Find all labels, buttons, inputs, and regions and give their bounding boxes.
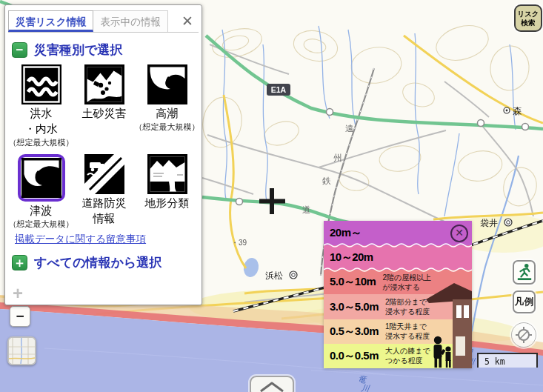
label-elevation: ・39 bbox=[231, 239, 247, 247]
disaster-type-landform[interactable]: 地形分類 bbox=[136, 154, 199, 230]
type-label2: 情報 bbox=[93, 212, 116, 225]
type-label: 土砂災害 bbox=[82, 107, 127, 120]
type-note: （想定最大規模） bbox=[9, 137, 74, 148]
legend-note: 1階天井まで浸水する程度 bbox=[385, 322, 430, 341]
type-label2: ・内水 bbox=[24, 122, 58, 136]
svg-text:遠: 遠 bbox=[345, 124, 354, 133]
data-notes-link[interactable]: 掲載データに関する留意事項 bbox=[15, 233, 146, 246]
legend-row: 5.0～10m 2階の屋根以上が浸水する bbox=[324, 270, 472, 294]
evacuation-site-button[interactable] bbox=[513, 260, 536, 285]
disaster-type-flood[interactable]: 洪水 ・内水 （想定最大規模） bbox=[10, 64, 73, 148]
legend-depth: 3.0～5.0m bbox=[330, 300, 379, 314]
location-target-icon bbox=[515, 326, 533, 344]
flood-icon bbox=[21, 64, 61, 104]
type-label: 洪水 bbox=[30, 107, 53, 120]
type-note: （想定最大規模） bbox=[9, 219, 74, 230]
app-window: E1A 森 袋井 浜松 ・39 遠 州 鉄 道 竜 川 bbox=[0, 0, 543, 392]
disaster-type-grid: 洪水 ・内水 （想定最大規模） bbox=[10, 64, 199, 230]
risk-search-button[interactable]: リスク 検索 bbox=[514, 4, 542, 32]
legend-close-button[interactable]: ✕ bbox=[450, 225, 468, 242]
legend-row: 20m～ ✕ bbox=[324, 221, 472, 245]
overview-minimap-button[interactable] bbox=[7, 336, 36, 365]
legend-row: 3.0～5.0m 2階部分まで浸水する程度 bbox=[324, 294, 472, 319]
risk-search-label1: リスク bbox=[517, 10, 539, 18]
tsunami-depth-legend: 20m～ ✕ 10～20m 5.0～10m 2階の屋根以上が浸水する 3.0～5… bbox=[324, 221, 472, 368]
chevron-up-icon bbox=[258, 381, 286, 392]
legend-toggle-button[interactable]: 凡例 bbox=[513, 290, 536, 313]
legend-note: 大人の膝までつかる程度 bbox=[385, 346, 430, 365]
label-fukuroi: 袋井 bbox=[480, 218, 498, 228]
disaster-risk-panel: 災害リスク情報 表示中の情報 ✕ − 災害種別で選択 bbox=[4, 4, 202, 305]
tab-displayed-info[interactable]: 表示中の情報 bbox=[93, 10, 167, 32]
landslide-icon bbox=[84, 64, 124, 104]
label-mori: 森 bbox=[513, 106, 522, 116]
section-title: すべての情報から選択 bbox=[34, 254, 161, 271]
legend-depth: 5.0～10m bbox=[330, 275, 376, 289]
legend-depth: 10～20m bbox=[330, 250, 373, 265]
svg-text:道: 道 bbox=[302, 205, 311, 214]
section-select-by-disaster[interactable]: − 災害種別で選択 bbox=[12, 41, 122, 59]
type-label: 高潮 bbox=[156, 107, 179, 120]
legend-row: 0.0～0.5m 大人の膝までつかる程度 bbox=[324, 344, 472, 368]
panel-tabs: 災害リスク情報 表示中の情報 ✕ bbox=[8, 10, 199, 33]
tsunami-icon bbox=[18, 154, 65, 202]
section-title: 災害種別で選択 bbox=[34, 41, 122, 59]
label-hamamatsu: 浜松 bbox=[265, 270, 283, 281]
disaster-type-landslide[interactable]: 土砂災害 bbox=[73, 64, 136, 148]
disaster-type-storm-surge[interactable]: 高潮 （想定最大規模） bbox=[136, 64, 199, 148]
type-note: （想定最大規模） bbox=[135, 122, 200, 133]
collapse-minus-icon[interactable]: − bbox=[12, 42, 27, 58]
risk-search-label2: 検索 bbox=[522, 19, 536, 27]
running-person-icon bbox=[516, 263, 533, 282]
type-label: 地形分類 bbox=[145, 196, 190, 210]
disaster-type-road-hazard[interactable]: 道路防災 情報 bbox=[73, 154, 136, 230]
current-location-button[interactable] bbox=[511, 322, 536, 348]
legend-note: 2階の屋根以上が浸水する bbox=[382, 273, 431, 292]
legend-depth: 0.0～0.5m bbox=[330, 349, 379, 363]
landform-icon bbox=[147, 154, 187, 194]
disaster-type-tsunami[interactable]: 津波 （想定最大規模） bbox=[10, 154, 73, 230]
road-hazard-icon bbox=[84, 154, 124, 194]
bottom-drawer-button[interactable] bbox=[250, 376, 294, 392]
legend-row: 0.5～3.0m 1階天井まで浸水する程度 bbox=[324, 319, 472, 344]
map-scale-bar: 5 km bbox=[477, 353, 538, 368]
tab-disaster-risk-info[interactable]: 災害リスク情報 bbox=[8, 10, 93, 32]
section-select-from-all[interactable]: ＋ すべての情報から選択 bbox=[12, 254, 161, 271]
scale-label: 5 km bbox=[484, 356, 505, 367]
expand-plus-icon[interactable]: ＋ bbox=[12, 255, 27, 270]
legend-note: 2階部分まで浸水する程度 bbox=[385, 297, 430, 316]
storm-surge-icon bbox=[147, 64, 187, 104]
legend-row: 10～20m bbox=[324, 245, 472, 270]
svg-text:鉄: 鉄 bbox=[322, 176, 331, 185]
legend-depth: 0.5～3.0m bbox=[330, 325, 379, 339]
zoom-in-button[interactable]: + bbox=[13, 283, 23, 304]
type-label: 津波 bbox=[30, 204, 53, 217]
minimap-thumbnail bbox=[9, 338, 35, 364]
zoom-out-button[interactable]: − bbox=[10, 306, 30, 327]
svg-text:州: 州 bbox=[333, 153, 342, 162]
type-label: 道路防災 bbox=[82, 196, 127, 210]
e1a-label: E1A bbox=[271, 85, 287, 94]
panel-close-icon[interactable]: ✕ bbox=[176, 14, 199, 28]
route-badge-e1a: E1A bbox=[267, 84, 290, 96]
legend-depth: 20m～ bbox=[330, 226, 362, 240]
